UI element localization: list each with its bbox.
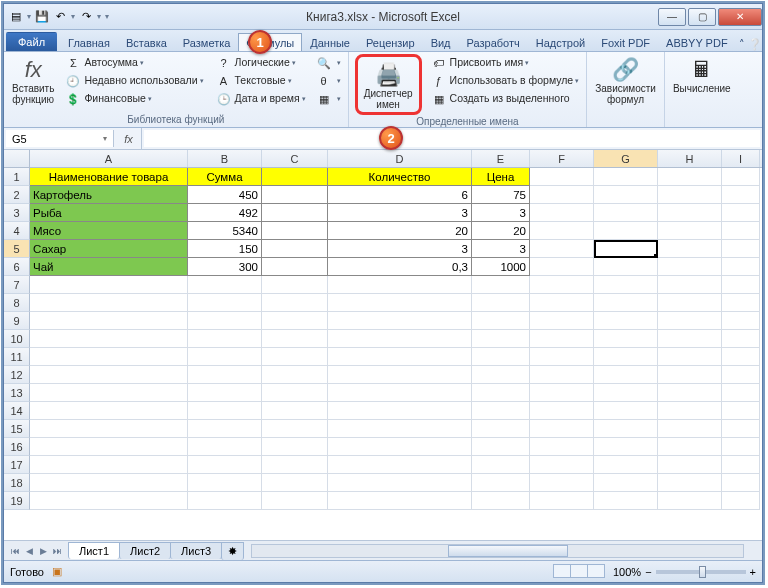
col-header-F[interactable]: F (530, 150, 594, 167)
cell-F7[interactable] (530, 276, 594, 294)
cell-A1[interactable]: Наименование товара (30, 168, 188, 186)
cell-A13[interactable] (30, 384, 188, 402)
tab-view[interactable]: Вид (423, 33, 459, 51)
undo-icon[interactable]: ↶ (52, 9, 68, 25)
cell-D15[interactable] (328, 420, 472, 438)
cell-B4[interactable]: 5340 (188, 222, 262, 240)
cell-C12[interactable] (262, 366, 328, 384)
define-name-button[interactable]: 🏷Присвоить имя▾ (428, 54, 583, 72)
sheet-tab-2[interactable]: Лист2 (119, 542, 171, 559)
cell-D4[interactable]: 20 (328, 222, 472, 240)
cell-C5[interactable] (262, 240, 328, 258)
cell-H16[interactable] (658, 438, 722, 456)
cell-I9[interactable] (722, 312, 760, 330)
cell-A3[interactable]: Рыба (30, 204, 188, 222)
row-header-4[interactable]: 4 (4, 222, 30, 240)
cell-B1[interactable]: Сумма (188, 168, 262, 186)
cell-H4[interactable] (658, 222, 722, 240)
cell-A17[interactable] (30, 456, 188, 474)
cell-F3[interactable] (530, 204, 594, 222)
cell-A4[interactable]: Мясо (30, 222, 188, 240)
cell-C2[interactable] (262, 186, 328, 204)
cell-H1[interactable] (658, 168, 722, 186)
cell-E17[interactable] (472, 456, 530, 474)
cell-B11[interactable] (188, 348, 262, 366)
cell-E9[interactable] (472, 312, 530, 330)
cell-B2[interactable]: 450 (188, 186, 262, 204)
cell-I4[interactable] (722, 222, 760, 240)
logical-button[interactable]: ?Логические▾ (213, 54, 309, 72)
cell-A6[interactable]: Чай (30, 258, 188, 276)
redo-icon[interactable]: ↷ (78, 9, 94, 25)
sheet-tab-1[interactable]: Лист1 (68, 542, 120, 559)
cell-I15[interactable] (722, 420, 760, 438)
save-icon[interactable]: 💾 (34, 9, 50, 25)
cell-A2[interactable]: Картофель (30, 186, 188, 204)
financial-button[interactable]: 💲Финансовые▾ (62, 90, 206, 108)
cell-D9[interactable] (328, 312, 472, 330)
more-fn-button[interactable]: ▦▾ (313, 90, 344, 108)
first-sheet-icon[interactable]: ⏮ (8, 546, 22, 556)
cell-H9[interactable] (658, 312, 722, 330)
cell-G19[interactable] (594, 492, 658, 510)
cell-G15[interactable] (594, 420, 658, 438)
col-header-D[interactable]: D (328, 150, 472, 167)
tab-review[interactable]: Рецензир (358, 33, 423, 51)
create-from-selection-button[interactable]: ▦Создать из выделенного (428, 90, 583, 108)
cell-H6[interactable] (658, 258, 722, 276)
macro-record-icon[interactable]: ▣ (52, 565, 62, 578)
cell-B7[interactable] (188, 276, 262, 294)
row-header-3[interactable]: 3 (4, 204, 30, 222)
cell-I8[interactable] (722, 294, 760, 312)
col-header-E[interactable]: E (472, 150, 530, 167)
row-header-5[interactable]: 5 (4, 240, 30, 258)
cell-B17[interactable] (188, 456, 262, 474)
tab-addins[interactable]: Надстрой (528, 33, 593, 51)
cell-F15[interactable] (530, 420, 594, 438)
cell-B9[interactable] (188, 312, 262, 330)
cell-F18[interactable] (530, 474, 594, 492)
cell-F17[interactable] (530, 456, 594, 474)
cell-D14[interactable] (328, 402, 472, 420)
cell-I12[interactable] (722, 366, 760, 384)
cell-H12[interactable] (658, 366, 722, 384)
cell-F9[interactable] (530, 312, 594, 330)
next-sheet-icon[interactable]: ▶ (36, 546, 50, 556)
tab-layout[interactable]: Разметка (175, 33, 239, 51)
close-button[interactable]: ✕ (718, 8, 762, 26)
cell-F2[interactable] (530, 186, 594, 204)
cell-D12[interactable] (328, 366, 472, 384)
insert-function-button[interactable]: fx Вставить функцию (8, 54, 58, 113)
cell-D8[interactable] (328, 294, 472, 312)
zoom-in-button[interactable]: + (750, 566, 756, 578)
cell-A16[interactable] (30, 438, 188, 456)
col-header-A[interactable]: A (30, 150, 188, 167)
col-header-I[interactable]: I (722, 150, 760, 167)
cell-E12[interactable] (472, 366, 530, 384)
cell-G5[interactable] (594, 240, 658, 258)
cell-H13[interactable] (658, 384, 722, 402)
zoom-slider[interactable] (656, 570, 746, 574)
lookup-button[interactable]: 🔍▾ (313, 54, 344, 72)
cell-H15[interactable] (658, 420, 722, 438)
cell-A12[interactable] (30, 366, 188, 384)
row-header-19[interactable]: 19 (4, 492, 30, 510)
cell-I5[interactable] (722, 240, 760, 258)
cell-B16[interactable] (188, 438, 262, 456)
cell-H3[interactable] (658, 204, 722, 222)
minimize-ribbon-icon[interactable]: ˄ (736, 38, 748, 51)
cell-D17[interactable] (328, 456, 472, 474)
cell-I16[interactable] (722, 438, 760, 456)
cell-I11[interactable] (722, 348, 760, 366)
cell-H14[interactable] (658, 402, 722, 420)
cell-C3[interactable] (262, 204, 328, 222)
cell-D19[interactable] (328, 492, 472, 510)
tab-file[interactable]: Файл (6, 32, 57, 51)
cell-I14[interactable] (722, 402, 760, 420)
cell-G14[interactable] (594, 402, 658, 420)
cell-H19[interactable] (658, 492, 722, 510)
cell-G13[interactable] (594, 384, 658, 402)
last-sheet-icon[interactable]: ⏭ (50, 546, 64, 556)
cell-F14[interactable] (530, 402, 594, 420)
cell-G18[interactable] (594, 474, 658, 492)
